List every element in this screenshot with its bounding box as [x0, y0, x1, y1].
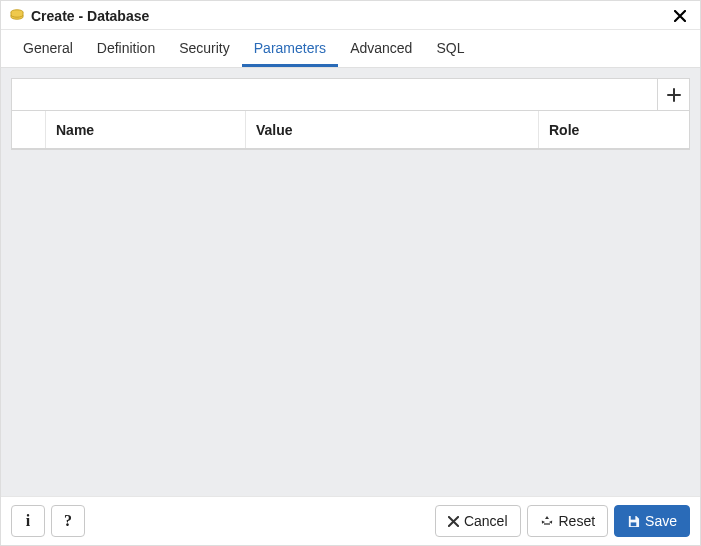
- help-button[interactable]: ?: [51, 505, 85, 537]
- column-header-value: Value: [246, 111, 539, 148]
- tab-advanced[interactable]: Advanced: [338, 30, 424, 67]
- tab-definition[interactable]: Definition: [85, 30, 167, 67]
- parameters-header-row: Name Value Role: [12, 111, 689, 149]
- recycle-icon: [540, 515, 554, 528]
- tab-bar: General Definition Security Parameters A…: [1, 30, 700, 68]
- cancel-label: Cancel: [464, 513, 508, 529]
- window-title: Create - Database: [31, 8, 670, 24]
- info-icon: i: [26, 512, 30, 530]
- plus-icon: [667, 88, 681, 102]
- footer-bar: i ? Cancel Reset Save: [1, 496, 700, 545]
- tab-parameters[interactable]: Parameters: [242, 30, 338, 67]
- close-icon: [674, 10, 686, 22]
- save-icon: [627, 515, 640, 528]
- info-button[interactable]: i: [11, 505, 45, 537]
- save-button[interactable]: Save: [614, 505, 690, 537]
- question-icon: ?: [64, 512, 72, 530]
- cancel-button[interactable]: Cancel: [435, 505, 521, 537]
- column-header-name: Name: [46, 111, 246, 148]
- column-header-role: Role: [539, 111, 689, 148]
- tab-general[interactable]: General: [11, 30, 85, 67]
- content-area: Name Value Role: [1, 68, 700, 496]
- reset-label: Reset: [559, 513, 596, 529]
- svg-rect-1: [631, 515, 636, 519]
- svg-rect-2: [631, 522, 637, 526]
- close-button[interactable]: [670, 7, 690, 25]
- parameters-toolbar: [12, 79, 689, 111]
- reset-button[interactable]: Reset: [527, 505, 609, 537]
- column-spacer: [12, 111, 46, 148]
- tab-sql[interactable]: SQL: [424, 30, 476, 67]
- add-parameter-button[interactable]: [657, 79, 689, 110]
- tab-security[interactable]: Security: [167, 30, 242, 67]
- close-icon: [448, 516, 459, 527]
- title-bar: Create - Database: [1, 1, 700, 30]
- database-icon: [9, 9, 25, 23]
- parameters-panel: Name Value Role: [11, 78, 690, 150]
- save-label: Save: [645, 513, 677, 529]
